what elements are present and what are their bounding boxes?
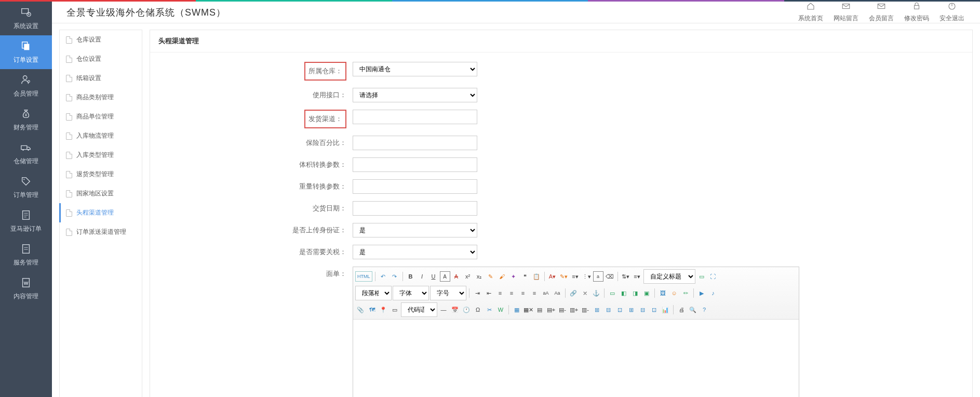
anchor-icon[interactable]: ⚓ [591, 288, 601, 298]
volume-input[interactable] [353, 157, 477, 172]
hr-icon[interactable]: — [438, 305, 449, 315]
strikethrough-icon[interactable]: A [451, 271, 462, 282]
sidebar-item-content[interactable]: W 内容管理 [0, 272, 52, 306]
print-icon[interactable]: 🖨 [676, 305, 687, 315]
sidebar-item-system[interactable]: 系统设置 [0, 2, 52, 35]
insurance-input[interactable] [353, 136, 477, 150]
snapscreen-icon[interactable]: ✂ [484, 305, 494, 315]
splitcells-icon[interactable]: ⊞ [626, 305, 636, 315]
sidebar-item-warehouse[interactable]: 仓储管理 [0, 137, 52, 170]
subnav-item-0[interactable]: 仓库设置 [60, 30, 142, 49]
code-language-select[interactable]: 代码语言 [401, 302, 437, 317]
sidebar-item-order-manage[interactable]: 订单管理 [0, 170, 52, 204]
subnav-item-2[interactable]: 纸箱设置 [60, 69, 142, 88]
underline-icon[interactable]: U [428, 271, 439, 282]
indent-icon[interactable]: ⇥ [472, 288, 482, 298]
image-right-icon[interactable]: ◨ [630, 288, 640, 298]
mergeright-icon[interactable]: ⊟ [603, 305, 613, 315]
remove-format-icon[interactable]: ⌫ [605, 271, 615, 282]
custom-style-select[interactable]: 自定义标题 [643, 269, 695, 284]
channel-input[interactable] [353, 110, 477, 124]
italic-icon[interactable]: I [417, 271, 427, 282]
subnav-item-6[interactable]: 入库类型管理 [60, 145, 142, 165]
deletetable-icon[interactable]: ▦✕ [523, 305, 533, 315]
paste-plain-icon[interactable]: 📋 [531, 271, 542, 282]
sidebar-item-finance[interactable]: ¥ 财务管理 [0, 103, 52, 137]
align-center-icon[interactable]: ≡ [506, 288, 517, 298]
align-right-icon[interactable]: ≡ [518, 288, 528, 298]
mergecells-icon[interactable]: ⊞ [592, 305, 602, 315]
charts-icon[interactable]: 📊 [660, 305, 670, 315]
format-brush-icon[interactable]: 🖌 [497, 271, 507, 282]
subnav-item-1[interactable]: 仓位设置 [60, 49, 142, 69]
align-left-icon[interactable]: ≡ [495, 288, 505, 298]
font-family-select[interactable]: 字体 [393, 286, 429, 300]
insertparagraphbefore-icon[interactable]: ▤ [534, 305, 545, 315]
subnav-item-9[interactable]: 头程渠道管理 [60, 203, 142, 222]
help-icon[interactable]: ? [699, 305, 709, 315]
subscript-icon[interactable]: x₂ [474, 271, 485, 282]
weight-input[interactable] [353, 179, 477, 194]
time-icon[interactable]: 🕐 [461, 305, 472, 315]
header-action-membermsg[interactable]: 会员留言 [869, 2, 894, 23]
paragraph-format-select[interactable]: 段落格式 [355, 286, 392, 300]
autotype-icon[interactable]: ✦ [508, 271, 519, 282]
image-center-icon[interactable]: ▣ [641, 288, 652, 298]
date-icon[interactable]: 📅 [450, 305, 460, 315]
font-border-icon[interactable]: A [440, 271, 450, 282]
sidebar-item-amazon[interactable]: 亚马逊订单 [0, 204, 52, 238]
deleterow-icon[interactable]: ▤- [557, 305, 568, 315]
image-none-icon[interactable]: ▭ [607, 288, 617, 298]
emotion-icon[interactable]: ☺ [669, 288, 679, 298]
align-justify-icon[interactable]: ≡ [529, 288, 540, 298]
spechars-icon[interactable]: Ω [473, 305, 483, 315]
outdent-icon[interactable]: ⇤ [484, 288, 494, 298]
line-height-icon[interactable]: ≡▾ [632, 271, 642, 282]
subnav-item-10[interactable]: 订单派送渠道管理 [60, 222, 142, 242]
tolowercase-icon[interactable]: Aa [552, 288, 562, 298]
subnav-item-7[interactable]: 退货类型管理 [60, 165, 142, 184]
map-icon[interactable]: 🗺 [367, 305, 377, 315]
insertrow-icon[interactable]: ▤+ [546, 305, 556, 315]
inserttable-icon[interactable]: ▦ [512, 305, 522, 315]
row-spacing-icon[interactable]: ⇅▾ [621, 271, 631, 282]
touppercase-icon[interactable]: aA [541, 288, 551, 298]
font-size-select[interactable]: 字号 [430, 286, 466, 300]
music-icon[interactable]: ♪ [708, 288, 718, 298]
insert-image-icon[interactable]: 🖼 [657, 288, 668, 298]
wordimage-icon[interactable]: W [495, 305, 506, 315]
preview-icon[interactable]: ▭ [696, 271, 707, 282]
image-left-icon[interactable]: ◧ [619, 288, 629, 298]
deletecol-icon[interactable]: ▥- [580, 305, 590, 315]
api-select[interactable]: 请选择 [353, 88, 477, 102]
subnav-item-3[interactable]: 商品类别管理 [60, 88, 142, 107]
sidebar-item-member[interactable]: 会员管理 [0, 69, 52, 103]
gmap-icon[interactable]: 📍 [378, 305, 388, 315]
header-action-home[interactable]: 系统首页 [798, 2, 823, 23]
selectall-icon[interactable]: a [593, 271, 603, 282]
subnav-item-4[interactable]: 商品单位管理 [60, 107, 142, 126]
splitcols-icon[interactable]: ⊡ [649, 305, 659, 315]
upload-id-select[interactable]: 是 [353, 223, 477, 237]
mergedown-icon[interactable]: ⊡ [614, 305, 625, 315]
redo-icon[interactable]: ↷ [390, 271, 400, 282]
search-icon[interactable]: 🔍 [688, 305, 698, 315]
ordered-list-icon[interactable]: ≡▾ [570, 271, 581, 282]
backcolor-icon[interactable]: ✎▾ [559, 271, 569, 282]
insertframe-icon[interactable]: ▭ [390, 305, 400, 315]
sidebar-item-order-settings[interactable]: 订单设置 [0, 35, 52, 69]
sidebar-item-service[interactable]: 服务管理 [0, 238, 52, 272]
warehouse-select[interactable]: 中国南通仓 [353, 62, 477, 76]
unlink-icon[interactable]: ⤫ [580, 288, 590, 298]
unordered-list-icon[interactable]: ⋮▾ [582, 271, 592, 282]
html-source-button[interactable]: HTML [355, 271, 372, 282]
attachment-icon[interactable]: 📎 [355, 305, 366, 315]
subnav-item-5[interactable]: 入库物流管理 [60, 126, 142, 145]
insertcol-icon[interactable]: ▥+ [569, 305, 579, 315]
header-action-password[interactable]: 修改密码 [904, 2, 929, 23]
scrawl-icon[interactable]: ✏ [680, 288, 691, 298]
forecolor-icon[interactable]: A▾ [547, 271, 558, 282]
fullscreen-icon[interactable]: ⛶ [708, 271, 718, 282]
eraser-icon[interactable]: ✎ [486, 271, 496, 282]
delivery-date-input[interactable] [353, 201, 477, 216]
